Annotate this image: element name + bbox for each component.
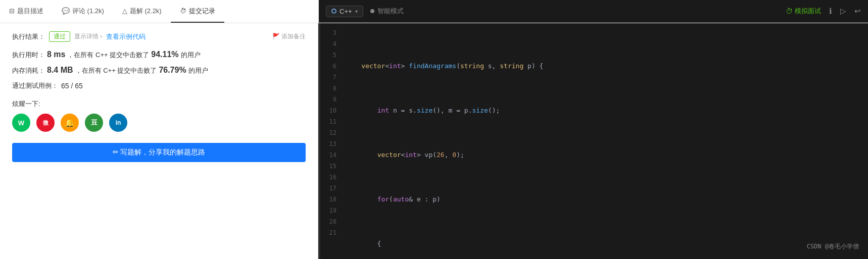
runtime-pct: 94.11%	[151, 50, 178, 59]
tab-comments[interactable]: 💬 评论 (1.2k)	[53, 0, 113, 23]
line-num-11: 11	[320, 116, 342, 127]
more-icon[interactable]: ↩	[854, 7, 861, 16]
tab-solutions[interactable]: △ 题解 (2.2k)	[113, 0, 171, 23]
social-wechat[interactable]: W	[12, 114, 30, 132]
toolbar-right: ⏱ 模拟面试 ℹ ▷ ↩	[786, 7, 861, 16]
line-num-21: 21	[320, 227, 342, 238]
social-douban[interactable]: 豆	[85, 114, 103, 132]
code-content[interactable]: vector<int> findAnagrams(string s, strin…	[342, 23, 868, 259]
clock-icon: ⏱	[786, 7, 793, 15]
line-numbers: 3 4 5 6 7 8 9 10 11 12 13 14 15 16 17 18…	[320, 23, 342, 259]
tab-comments-icon: 💬	[62, 7, 70, 15]
memory-label: 内存消耗：	[12, 66, 45, 75]
line-num-7: 7	[320, 72, 342, 83]
code-line-6: for(auto& e : p)	[342, 194, 868, 205]
tab-submissions-icon: ⏱	[180, 7, 186, 15]
code-line-4: int n = s.size(), m = p.size();	[342, 105, 868, 116]
line-num-16: 16	[320, 172, 342, 183]
line-num-12: 12	[320, 127, 342, 138]
line-num-5: 5	[320, 49, 342, 61]
social-icons: W 微 🔔 豆 in	[12, 114, 306, 132]
info-icon[interactable]: ℹ	[829, 7, 832, 16]
watermark: CSDN @卷毛小学僧	[807, 241, 859, 252]
runtime-value: 8 ms	[47, 50, 65, 59]
line-num-15: 15	[320, 161, 342, 172]
line-num-8: 8	[320, 83, 342, 94]
tab-description-icon: ⊟	[9, 7, 15, 15]
memory-pct: 76.79%	[159, 66, 186, 75]
result-row: 执行结果： 通过 显示详情 › 查看示例代码 🚩 添加备注	[12, 31, 306, 42]
line-num-10: 10	[320, 105, 342, 116]
mock-interview-button[interactable]: ⏱ 模拟面试	[786, 7, 821, 16]
share-label: 炫耀一下:	[12, 99, 306, 109]
line-num-14: 14	[320, 149, 342, 161]
social-linkedin[interactable]: in	[109, 114, 127, 132]
code-line-3: vector<int> findAnagrams(string s, strin…	[342, 61, 868, 72]
runtime-desc: ，在所有 C++ 提交中击败了	[67, 50, 149, 60]
testcase-label: 通过测试用例：	[12, 81, 58, 90]
tab-submissions[interactable]: ⏱ 提交记录	[171, 0, 224, 23]
testcase-row: 通过测试用例： 65 / 65	[12, 81, 306, 90]
line-num-6: 6	[320, 61, 342, 72]
write-solution-button[interactable]: ✏ 写题解，分享我的解题思路	[12, 143, 306, 162]
memory-row: 内存消耗： 8.4 MB ，在所有 C++ 提交中击败了 76.79% 的用户	[12, 66, 306, 75]
run-icon[interactable]: ▷	[840, 7, 846, 16]
line-num-17: 17	[320, 183, 342, 194]
add-note-button[interactable]: 🚩 添加备注	[272, 32, 306, 41]
memory-desc: ，在所有 C++ 提交中击败了	[75, 66, 157, 75]
line-num-4: 4	[320, 38, 342, 49]
runtime-row: 执行用时： 8 ms ，在所有 C++ 提交中击败了 94.11% 的用户	[12, 50, 306, 60]
ai-dot-icon	[370, 9, 374, 13]
code-line-5: vector<int> vp(26, 0);	[342, 149, 868, 161]
lang-circle-icon	[331, 9, 336, 14]
tab-solutions-icon: △	[122, 7, 127, 15]
code-line-7: {	[342, 238, 868, 249]
line-num-18: 18	[320, 194, 342, 205]
runtime-label: 执行用时：	[12, 50, 45, 60]
show-detail-link[interactable]: 显示详情 ›	[74, 32, 102, 41]
memory-unit: 的用户	[188, 66, 208, 75]
testcase-value: 65 / 65	[61, 82, 83, 90]
runtime-unit: 的用户	[181, 50, 201, 60]
memory-value: 8.4 MB	[47, 66, 73, 75]
line-num-3: 3	[320, 27, 342, 38]
ai-mode-selector[interactable]: 智能模式	[370, 7, 404, 16]
line-num-13: 13	[320, 138, 342, 149]
tab-bar: ⊟ 题目描述 💬 评论 (1.2k) △ 题解 (2.2k) ⏱ 提交记录	[0, 0, 318, 23]
social-bell[interactable]: 🔔	[61, 114, 79, 132]
left-panel: 执行结果： 通过 显示详情 › 查看示例代码 🚩 添加备注 执行用时： 8 ms…	[0, 23, 318, 259]
result-label: 执行结果：	[12, 32, 45, 41]
language-selector[interactable]: C++ ▾	[326, 6, 363, 17]
view-example-link[interactable]: 查看示例代码	[106, 32, 146, 41]
code-editor: 3 4 5 6 7 8 9 10 11 12 13 14 15 16 17 18…	[320, 23, 868, 259]
social-weibo[interactable]: 微	[36, 114, 55, 132]
line-num-9: 9	[320, 94, 342, 105]
line-num-19: 19	[320, 205, 342, 216]
editor-toolbar: C++ ▾ 智能模式 ⏱ 模拟面试 ℹ ▷ ↩	[319, 0, 868, 23]
line-num-20: 20	[320, 216, 342, 227]
result-badge: 通过	[49, 31, 70, 42]
chevron-down-icon: ▾	[355, 9, 358, 14]
tab-description[interactable]: ⊟ 题目描述	[0, 0, 53, 23]
